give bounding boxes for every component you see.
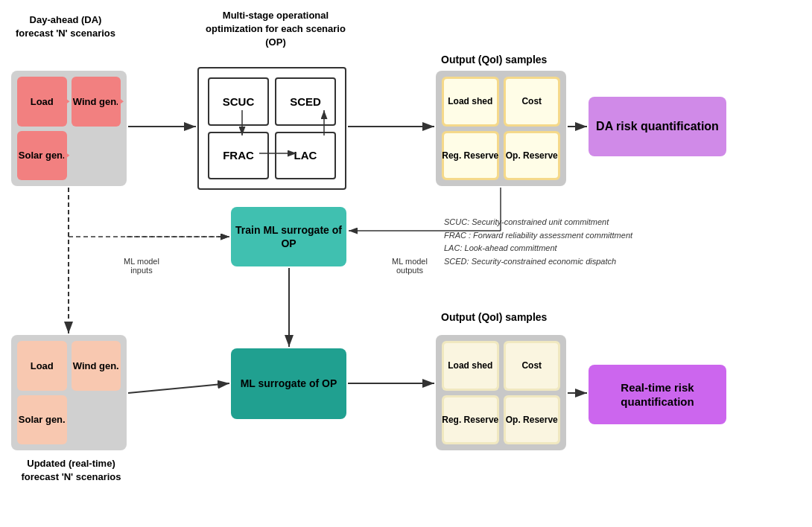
- qoi-load-shed-top: Load shed: [442, 77, 499, 127]
- legend-sced: SCED: Security-constrained economic disp…: [444, 255, 645, 269]
- rt-load: Load: [17, 341, 67, 391]
- rt-wind: Wind gen.: [72, 341, 121, 391]
- qoi-reg-reserve-bottom: Reg. Reserve: [442, 395, 499, 445]
- qoi-op-reserve-top: Op. Reserve: [504, 131, 561, 181]
- op-box: SCUC SCED FRAC LAC: [197, 67, 346, 190]
- qoi-top-box: Load shed Cost Reg. Reserve Op. Reserve: [436, 71, 566, 186]
- legend-lac: LAC: Look-ahead committment: [444, 242, 645, 255]
- qoi-load-shed-bottom: Load shed: [442, 341, 499, 391]
- op-lac: LAC: [275, 132, 336, 180]
- rt-risk-box: Real-time risk quantification: [589, 365, 726, 424]
- ml-surrogate-box: ML surrogate of OP: [231, 348, 346, 419]
- diagram-container: Day-ahead (DA) forecast 'N' scenarios Mu…: [0, 0, 812, 527]
- output-qoi-top-label: Output (QoI) samples: [441, 54, 547, 66]
- da-risk-box: DA risk quantification: [589, 97, 726, 156]
- op-sced: SCED: [275, 77, 336, 126]
- legend-scuc: SCUC: Security-constrained unit commitme…: [444, 216, 645, 229]
- op-frac: FRAC: [208, 132, 269, 180]
- da-forecast-title: Day-ahead (DA) forecast 'N' scenarios: [13, 13, 118, 40]
- qoi-bottom-box: Load shed Cost Reg. Reserve Op. Reserve: [436, 335, 566, 450]
- multistage-title: Multi-stage operational optimization for…: [201, 9, 350, 50]
- legend-frac: FRAC : Forward reliability assessment co…: [444, 229, 645, 243]
- qoi-reg-reserve-top: Reg. Reserve: [442, 131, 499, 181]
- rt-forecast-title: Updated (real-time) forecast 'N' scenari…: [13, 457, 129, 484]
- rt-solar: Solar gen.: [17, 395, 67, 445]
- qoi-cost-top: Cost: [504, 77, 561, 127]
- qoi-cost-bottom: Cost: [504, 341, 561, 391]
- legend-box: SCUC: Security-constrained unit commitme…: [444, 216, 645, 268]
- da-forecast-box: Load Wind gen. Solar gen.: [11, 71, 127, 186]
- op-grid: SCUC SCED FRAC LAC: [199, 68, 345, 188]
- qoi-op-reserve-bottom: Op. Reserve: [504, 395, 561, 445]
- da-load: Load: [17, 77, 67, 127]
- da-wind: Wind gen.: [72, 77, 121, 127]
- arrow-rt-to-surrogate: [128, 383, 229, 393]
- ml-inputs-label: ML model inputs: [112, 257, 171, 275]
- op-scuc: SCUC: [208, 77, 269, 126]
- train-ml-box: Train ML surrogate of OP: [231, 207, 346, 266]
- da-solar: Solar gen.: [17, 131, 67, 181]
- output-qoi-bottom-label: Output (QoI) samples: [441, 311, 547, 323]
- ml-outputs-label: ML model outputs: [380, 257, 440, 275]
- rt-forecast-box: Load Wind gen. Solar gen.: [11, 335, 127, 450]
